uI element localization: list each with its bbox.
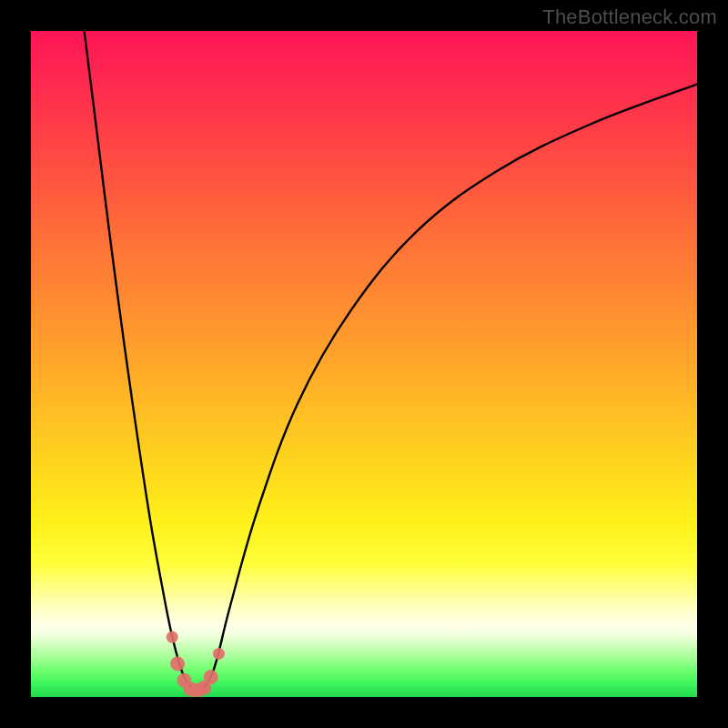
plot-area	[31, 31, 697, 697]
curve-marker	[167, 632, 178, 643]
curve-marker	[213, 648, 225, 660]
chart-frame: TheBottleneck.com	[0, 0, 728, 728]
curve-layer	[31, 31, 697, 697]
bottleneck-curve	[85, 31, 697, 691]
curve-marker	[170, 656, 185, 671]
watermark-text: TheBottleneck.com	[542, 5, 717, 29]
curve-marker	[204, 670, 218, 684]
